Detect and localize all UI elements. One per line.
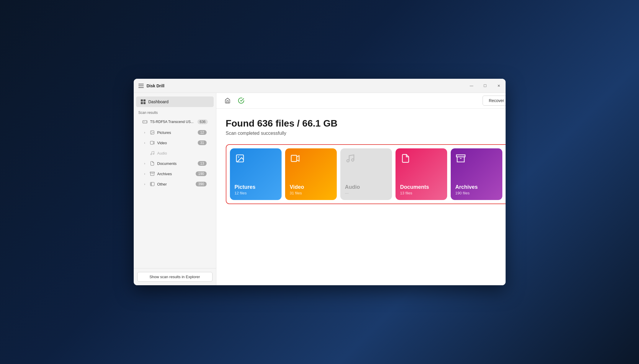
scan-results-section: Scan results TS-RDF5A Transcend US... 63… (134, 108, 216, 191)
close-button[interactable]: ✕ (492, 79, 506, 93)
sidebar-item-documents[interactable]: › Documents 13 (140, 158, 210, 168)
home-button[interactable] (222, 95, 233, 106)
main-layout: Dashboard Scan results (134, 93, 506, 285)
titlebar-left: Disk Drill (134, 83, 465, 88)
video-count: 31 (198, 140, 206, 145)
svg-rect-10 (150, 182, 154, 186)
status-check-icon (236, 95, 246, 106)
archives-count: 190 (196, 171, 206, 176)
other-count: 390 (196, 182, 206, 186)
titlebar-controls: — ☐ ✕ (465, 79, 506, 93)
archives-label: Archives (157, 172, 196, 176)
chevron-icon: › (144, 131, 148, 134)
sidebar-item-other[interactable]: › Other 390 (140, 179, 210, 189)
category-grid: Pictures 12 files Video 31 files (226, 144, 506, 204)
svg-point-6 (151, 154, 152, 155)
category-card-audio[interactable]: Audio — (340, 148, 392, 200)
svg-rect-5 (150, 141, 153, 145)
category-card-documents[interactable]: Documents 13 files (396, 148, 447, 200)
sidebar: Dashboard Scan results (134, 93, 216, 285)
hdd-icon (142, 119, 148, 125)
pictures-label: Pictures (157, 130, 198, 135)
video-label: Video (157, 141, 198, 145)
sidebar-item-video[interactable]: › Video 31 (140, 138, 210, 148)
menu-icon[interactable] (138, 84, 144, 88)
audio-label: Audio (157, 151, 207, 155)
sidebar-item-dashboard[interactable]: Dashboard (136, 96, 214, 107)
category-card-archives[interactable]: Archives 190 files (451, 148, 502, 200)
video-card-count: 31 files (290, 191, 302, 195)
scan-status: Scan completed successfully (226, 131, 506, 136)
sidebar-item-archives[interactable]: › Archives 190 (140, 169, 210, 179)
svg-point-1 (146, 122, 146, 122)
video-icon (150, 140, 155, 145)
dashboard-label: Dashboard (148, 99, 169, 104)
main-content: Found 636 files / 66.1 GB Scan completed… (216, 109, 506, 285)
svg-rect-19 (456, 155, 465, 157)
audio-card-icon (346, 154, 355, 165)
audio-card-count: — (345, 191, 349, 195)
archives-card-count: 190 files (455, 191, 470, 195)
documents-count: 13 (198, 161, 206, 166)
chevron-icon: › (144, 183, 148, 186)
pictures-icon (150, 130, 155, 135)
documents-icon (150, 161, 155, 166)
sidebar-nav: Dashboard Scan results (134, 93, 216, 268)
maximize-button[interactable]: ☐ (478, 79, 492, 93)
toolbar: Recover Review found items (216, 93, 506, 109)
audio-card-name: Audio (345, 184, 360, 190)
content-area: Recover Review found items Found 636 fil… (216, 93, 506, 285)
video-card-icon (290, 154, 300, 165)
pictures-card-icon (235, 154, 245, 165)
svg-rect-8 (150, 172, 154, 173)
other-icon (150, 181, 155, 187)
archives-card-name: Archives (455, 184, 478, 190)
dashboard-icon (141, 99, 146, 104)
svg-point-18 (352, 159, 354, 161)
other-label: Other (157, 182, 196, 186)
drive-count: 636 (197, 119, 207, 124)
svg-point-15 (238, 156, 239, 158)
pictures-card-count: 12 files (235, 191, 247, 195)
category-card-pictures[interactable]: Pictures 12 files (230, 148, 282, 200)
sidebar-drive-item[interactable]: TS-RDF5A Transcend US... 636 (138, 117, 211, 127)
app-window: Disk Drill — ☐ ✕ Dashboard Scan resul (134, 79, 506, 285)
archives-icon (150, 171, 155, 176)
audio-icon (150, 150, 155, 156)
recover-button[interactable]: Recover (483, 96, 506, 106)
scan-results-label: Scan results (138, 111, 211, 115)
documents-label: Documents (157, 161, 198, 166)
titlebar: Disk Drill — ☐ ✕ (134, 79, 506, 93)
pictures-card-name: Pictures (235, 184, 256, 190)
minimize-button[interactable]: — (465, 79, 478, 93)
documents-card-name: Documents (400, 184, 429, 190)
documents-card-icon (401, 154, 410, 165)
video-card-name: Video (290, 184, 304, 190)
svg-rect-16 (291, 155, 297, 161)
drive-label: TS-RDF5A Transcend US... (150, 120, 198, 124)
svg-point-4 (151, 132, 152, 132)
found-files-title: Found 636 files / 66.1 GB (226, 118, 506, 129)
documents-card-count: 13 files (400, 191, 412, 195)
sidebar-item-pictures[interactable]: › Pictures 12 (140, 127, 210, 137)
show-explorer-button[interactable]: Show scan results in Explorer (137, 272, 213, 282)
sidebar-item-audio[interactable]: › Audio (140, 148, 210, 158)
category-card-video[interactable]: Video 31 files (285, 148, 337, 200)
app-title: Disk Drill (147, 83, 165, 88)
chevron-icon: › (144, 141, 148, 145)
sidebar-footer: Show scan results in Explorer (134, 268, 216, 285)
svg-point-7 (153, 153, 154, 155)
chevron-icon: › (144, 172, 148, 176)
chevron-icon: › (144, 162, 148, 165)
archives-card-icon (456, 154, 465, 165)
svg-point-17 (347, 160, 349, 162)
pictures-count: 12 (198, 130, 206, 135)
